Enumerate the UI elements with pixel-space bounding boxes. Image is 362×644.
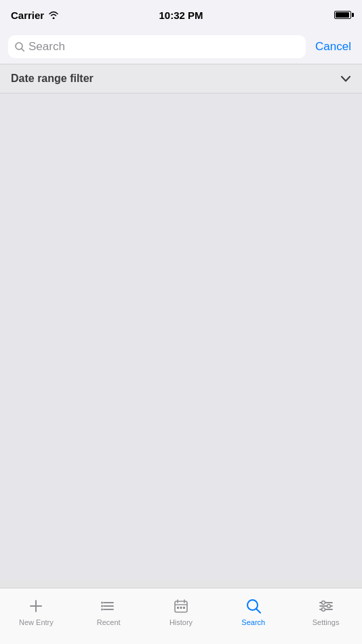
svg-point-24: [321, 608, 325, 611]
status-bar: Carrier 10:32 PM: [0, 0, 362, 30]
search-input-wrapper[interactable]: [8, 35, 306, 58]
svg-rect-14: [177, 607, 179, 609]
battery-icon: [334, 11, 351, 19]
tab-history-label: History: [169, 618, 193, 626]
cancel-button[interactable]: Cancel: [313, 40, 354, 54]
svg-point-22: [321, 601, 325, 605]
svg-rect-16: [183, 607, 185, 609]
tab-history[interactable]: History: [145, 595, 218, 626]
chevron-down-icon: [340, 73, 351, 84]
svg-point-17: [247, 600, 258, 610]
status-bar-time: 10:32 PM: [159, 9, 203, 21]
list-icon: [99, 597, 118, 616]
search-icon: [15, 42, 24, 52]
svg-line-18: [256, 609, 260, 613]
status-bar-left: Carrier: [11, 9, 59, 21]
main-content: [0, 94, 362, 580]
tab-recent-label: Recent: [97, 618, 121, 626]
calendar-icon: [172, 597, 190, 616]
svg-point-7: [101, 602, 103, 604]
tab-search-label: Search: [241, 618, 265, 626]
plus-icon: [26, 597, 45, 616]
settings-icon: [317, 597, 336, 616]
svg-point-23: [327, 605, 330, 608]
tab-bar: New Entry Recent: [0, 588, 362, 644]
tab-search[interactable]: Search: [217, 595, 289, 626]
tab-new-entry-label: New Entry: [19, 618, 54, 626]
date-range-filter-row[interactable]: Date range filter: [0, 64, 362, 94]
svg-point-9: [101, 609, 103, 611]
svg-line-1: [22, 49, 24, 52]
search-input[interactable]: [28, 40, 299, 54]
svg-point-8: [101, 605, 103, 607]
svg-rect-15: [180, 607, 182, 609]
tab-settings-label: Settings: [313, 618, 340, 626]
tab-new-entry[interactable]: New Entry: [0, 595, 73, 626]
tab-recent[interactable]: Recent: [73, 595, 145, 626]
status-bar-right: [334, 11, 351, 19]
search-bar-container: Cancel: [0, 30, 362, 64]
wifi-icon: [48, 11, 59, 19]
search-tab-icon: [244, 597, 263, 616]
carrier-label: Carrier: [11, 9, 44, 21]
tab-settings[interactable]: Settings: [289, 595, 362, 626]
date-range-filter-label: Date range filter: [11, 73, 94, 85]
